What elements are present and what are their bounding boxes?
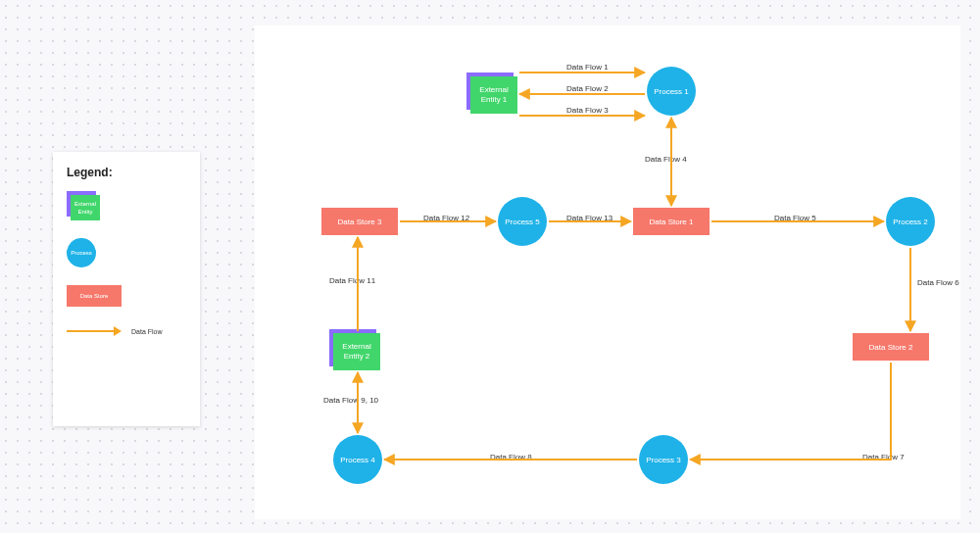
- flow-label-6: Data Flow 6: [917, 278, 959, 287]
- flow-label-11: Data Flow 11: [329, 276, 375, 285]
- flow-label-2: Data Flow 2: [566, 84, 609, 93]
- legend-row-process: Process: [67, 238, 186, 267]
- node-process-1-label: Process 1: [654, 87, 689, 96]
- legend-panel: Legend: ExternalEntity Process Data Stor…: [53, 152, 200, 426]
- node-external-entity-1-label: ExternalEntity 1: [470, 76, 517, 114]
- diagram-surface[interactable]: ExternalEntity 1 Process 1 Data Store 3 …: [255, 25, 960, 519]
- flow-label-4: Data Flow 4: [645, 155, 687, 164]
- flow-label-5: Data Flow 5: [774, 214, 816, 222]
- legend-process-icon: Process: [67, 238, 96, 267]
- node-external-entity-1[interactable]: ExternalEntity 1: [470, 76, 517, 114]
- node-process-5[interactable]: Process 5: [498, 197, 547, 246]
- flow-label-12: Data Flow 12: [423, 214, 469, 222]
- node-external-entity-2-label: ExternalEntity 2: [333, 333, 380, 370]
- legend-title: Legend:: [67, 166, 186, 179]
- legend-external-entity-label: ExternalEntity: [71, 195, 100, 220]
- legend-row-data-flow: Data Flow: [67, 324, 186, 338]
- node-process-2-label: Process 2: [893, 218, 928, 226]
- legend-external-entity-icon: ExternalEntity: [67, 191, 102, 220]
- flow-label-3: Data Flow 3: [566, 106, 609, 115]
- flow-label-8: Data Flow 8: [490, 453, 532, 461]
- node-data-store-3-label: Data Store 3: [338, 218, 382, 226]
- node-external-entity-2[interactable]: ExternalEntity 2: [333, 333, 380, 370]
- node-data-store-2-label: Data Store 2: [869, 343, 913, 352]
- flow-label-9-10: Data Flow 9, 10: [323, 396, 378, 405]
- node-process-1[interactable]: Process 1: [647, 67, 696, 116]
- node-process-3-label: Process 3: [646, 456, 681, 464]
- legend-data-store-icon: Data Store: [67, 285, 122, 307]
- node-process-4[interactable]: Process 4: [333, 435, 382, 484]
- node-data-store-1-label: Data Store 1: [650, 218, 694, 226]
- node-data-store-1[interactable]: Data Store 1: [633, 208, 710, 235]
- legend-row-data-store: Data Store: [67, 285, 186, 307]
- flow-label-13: Data Flow 13: [566, 214, 612, 222]
- node-data-store-2[interactable]: Data Store 2: [853, 333, 929, 361]
- flow-label-1: Data Flow 1: [566, 63, 609, 72]
- node-process-4-label: Process 4: [340, 456, 375, 464]
- node-process-3[interactable]: Process 3: [639, 435, 688, 484]
- node-data-store-3[interactable]: Data Store 3: [321, 208, 398, 235]
- node-process-2[interactable]: Process 2: [886, 197, 935, 246]
- legend-data-flow-icon: [67, 324, 122, 338]
- legend-row-external-entity: ExternalEntity: [67, 191, 186, 220]
- node-process-5-label: Process 5: [505, 218, 540, 226]
- legend-data-flow-label: Data Flow: [131, 328, 163, 335]
- flow-label-7: Data Flow 7: [862, 453, 905, 461]
